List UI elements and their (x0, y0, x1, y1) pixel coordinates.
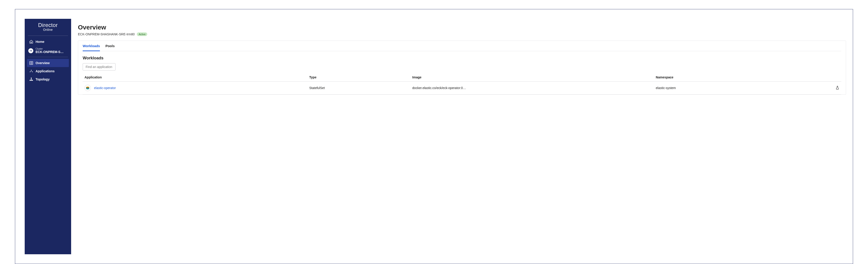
content-card: Workloads Pools Workloads Application Ty… (78, 40, 846, 95)
applications-icon (29, 69, 33, 73)
brand: Director Online (27, 22, 69, 34)
cluster-label: Cluster (36, 48, 67, 50)
header-image: Image (410, 76, 654, 82)
cell-namespace: elastic-system (654, 82, 785, 94)
tab-workloads[interactable]: Workloads (83, 41, 100, 51)
main-content: Overview ECK-ONPREM-SHASHANK-SRE-Irm80 A… (71, 19, 853, 254)
app-frame: Director Online Home Cluster ECK-ONPREM-… (15, 9, 853, 264)
table-row: elastic-operator StatefulSet docker.elas… (83, 82, 841, 94)
cell-actions (785, 82, 841, 94)
header-actions (785, 76, 841, 82)
header-application: Application (83, 76, 307, 82)
status-badge: Active (137, 32, 147, 36)
nav-overview-label: Overview (36, 61, 50, 65)
search-input[interactable] (83, 63, 116, 70)
sidebar: Director Online Home Cluster ECK-ONPREM-… (25, 19, 71, 254)
nav-applications[interactable]: Applications (27, 67, 69, 75)
brand-subtitle: Online (27, 28, 69, 31)
cell-image: docker.elastic.co/eck/eck-operator:0… (410, 82, 654, 94)
svg-point-9 (31, 80, 32, 81)
cluster-text: Cluster ECK-ONPREM-S… (36, 48, 67, 54)
nav-topology[interactable]: Topology (27, 75, 69, 83)
svg-rect-1 (31, 50, 32, 51)
section-title: Workloads (83, 56, 841, 60)
nav-home[interactable]: Home (27, 38, 69, 46)
cluster-full-name: ECK-ONPREM-SHASHANK-SRE-Irm80 (78, 32, 134, 36)
application-cell: elastic-operator (85, 85, 306, 91)
svg-point-7 (31, 78, 32, 79)
cell-type: StatefulSet (307, 82, 410, 94)
home-icon (29, 40, 33, 44)
nav-home-label: Home (36, 40, 44, 43)
nav-topology-label: Topology (36, 78, 50, 81)
cluster-icon (28, 48, 33, 53)
app-container: Director Online Home Cluster ECK-ONPREM-… (25, 19, 853, 254)
svg-point-4 (31, 70, 32, 70)
tabs: Workloads Pools (83, 41, 841, 51)
topology-icon (29, 77, 33, 81)
svg-rect-11 (86, 87, 89, 88)
cell-application: elastic-operator (83, 82, 307, 94)
nav-overview[interactable]: Overview (27, 59, 69, 67)
brand-title: Director (27, 22, 69, 28)
flask-icon[interactable] (835, 86, 839, 90)
tab-pools[interactable]: Pools (105, 41, 115, 51)
application-link[interactable]: elastic-operator (94, 86, 116, 90)
header-namespace: Namespace (654, 76, 785, 82)
svg-point-0 (30, 50, 31, 51)
table-header-row: Application Type Image Namespace (83, 76, 841, 82)
header-type: Type (307, 76, 410, 82)
cluster-selector[interactable]: Cluster ECK-ONPREM-S… (27, 46, 69, 56)
workloads-table: Application Type Image Namespace (83, 76, 841, 94)
nav-applications-label: Applications (36, 69, 55, 73)
svg-rect-2 (31, 51, 32, 51)
page-title: Overview (78, 24, 846, 31)
cluster-name: ECK-ONPREM-S… (36, 50, 67, 54)
elastic-icon (85, 85, 91, 91)
overview-icon (29, 61, 33, 65)
page-subtitle-row: ECK-ONPREM-SHASHANK-SRE-Irm80 Active (78, 32, 846, 36)
